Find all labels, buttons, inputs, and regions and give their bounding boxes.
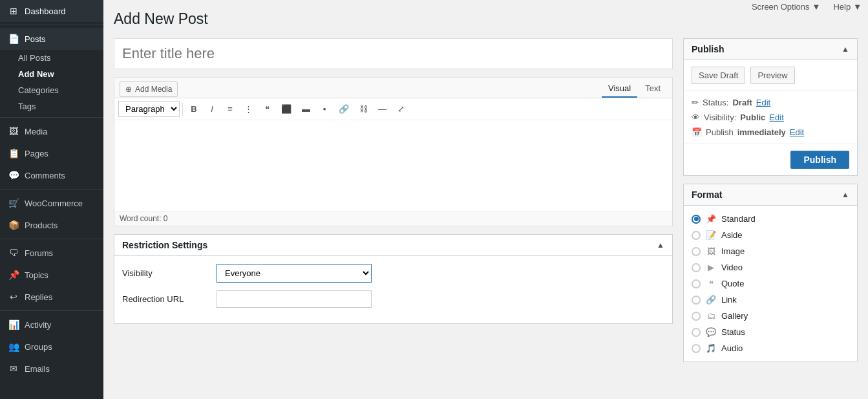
help-button[interactable]: Help ▼ [827,0,868,14]
format-item-aside[interactable]: 📝 Aside [684,227,857,243]
sidebar-sub-categories[interactable]: Categories [0,82,103,98]
format-item-audio[interactable]: 🎵 Audio [684,340,857,356]
forums-icon: 🗨 [8,248,19,258]
media-icon: 🖼 [8,126,19,136]
visibility-row: Visibility Everyone Logged In Logged Out [122,264,664,283]
groups-icon: 👥 [8,341,19,352]
sidebar-item-groups[interactable]: 👥 Groups [0,336,103,358]
replies-icon: ↩ [8,292,19,302]
sidebar-label-woocommerce: WooCommerce [25,199,83,208]
unlink-button[interactable]: ⛓ [355,102,372,116]
publish-time-edit-link[interactable]: Edit [790,127,804,137]
status-edit-link[interactable]: Edit [756,98,770,107]
publish-actions: Save Draft Preview [684,60,857,91]
publish-time-row: 📅 Publish immediately Edit [692,125,849,140]
format-radio-aside [692,231,701,240]
publish-title: Publish [692,44,725,54]
format-icon-link: 🔗 [706,295,716,305]
add-media-button[interactable]: ⊕ Add Media [120,81,178,97]
sidebar-item-topics[interactable]: 📌 Topics [0,264,103,286]
sidebar-label-media: Media [25,127,47,136]
post-title-input[interactable] [114,38,673,69]
blockquote-button[interactable]: ❝ [259,102,275,116]
publish-meta: ✏ Status: Draft Edit 👁 Visibility: Publi… [684,91,857,144]
sidebar-item-replies[interactable]: ↩ Replies [0,286,103,308]
pages-icon: 📋 [8,148,19,158]
align-left-button[interactable]: ⬛ [277,102,296,116]
ordered-list-button[interactable]: ⋮ [240,102,257,116]
format-radio-video [692,263,701,272]
sidebar-item-dashboard[interactable]: ⊞ Dashboard [0,0,103,22]
sidebar-sub-tags[interactable]: Tags [0,98,103,114]
format-radio-quote [692,279,701,288]
word-count: Word count: 0 [114,211,672,226]
format-radio-gallery [692,312,701,321]
redirect-row: Redirection URL [122,290,664,308]
format-item-gallery[interactable]: 🗂 Gallery [684,308,857,324]
sidebar-item-products[interactable]: 📦 Products [0,214,103,236]
format-item-standard[interactable]: 📌 Standard [684,211,857,227]
tab-text[interactable]: Text [639,80,667,98]
sidebar-item-pages[interactable]: 📋 Pages [0,142,103,164]
paragraph-select[interactable]: Paragraph [118,101,180,117]
sidebar-item-woocommerce[interactable]: 🛒 WooCommerce [0,192,103,214]
more-button[interactable]: — [374,102,391,116]
calendar-icon: 📅 [692,127,702,137]
publish-button[interactable]: Publish [790,151,849,169]
format-item-video[interactable]: ▶ Video [684,259,857,275]
sidebar-label-replies: Replies [25,292,52,302]
format-icon-video: ▶ [706,263,716,272]
align-center-button[interactable]: ▬ [297,102,315,116]
publish-time-label: Publish [706,127,734,137]
sidebar-sub-all-posts[interactable]: All Posts [0,50,103,66]
sidebar-item-forums[interactable]: 🗨 Forums [0,242,103,264]
sidebar-sub-add-new[interactable]: Add New [0,66,103,82]
editor-wrapper: ⊕ Add Media Visual Text Paragraph B I [114,77,673,226]
redirect-url-input[interactable] [217,290,372,308]
unordered-list-button[interactable]: ≡ [222,102,238,116]
topics-icon: 📌 [8,270,19,280]
sidebar-item-activity[interactable]: 📊 Activity [0,314,103,336]
sidebar-item-posts[interactable]: 📄 Posts [0,28,103,50]
preview-button[interactable]: Preview [750,67,794,84]
chevron-down-icon: ▼ [853,2,862,12]
format-label-quote: Quote [721,279,744,288]
link-button[interactable]: 🔗 [334,102,354,116]
tab-visual[interactable]: Visual [602,80,637,98]
format-item-quote[interactable]: ❝ Quote [684,275,857,292]
italic-button[interactable]: I [204,102,220,116]
toolbar-row: Paragraph B I ≡ ⋮ ❝ ⬛ ▬ ▪ 🔗 ⛓ — ⤢ [114,98,672,120]
save-draft-button[interactable]: Save Draft [692,67,745,84]
format-list: 📌 Standard 📝 Aside 🖼 Image ▶ Video ❝ Quo… [684,206,857,361]
format-icon-image: 🖼 [706,246,716,256]
format-item-status[interactable]: 💬 Status [684,324,857,340]
align-right-button[interactable]: ▪ [316,102,333,116]
eye-icon: 👁 [692,113,700,122]
restriction-settings-body: Visibility Everyone Logged In Logged Out… [114,256,672,323]
bold-button[interactable]: B [185,102,202,116]
format-box-header[interactable]: Format ▲ [684,184,857,206]
publish-footer: Publish [684,144,857,175]
visibility-edit-link[interactable]: Edit [769,113,783,122]
restriction-settings-header[interactable]: Restriction Settings ▲ [114,235,672,256]
screen-options-button[interactable]: Screen Options ▼ [745,0,827,14]
chevron-down-icon: ▼ [812,2,821,12]
format-label-status: Status [721,327,745,337]
format-item-link[interactable]: 🔗 Link [684,292,857,308]
woocommerce-icon: 🛒 [8,198,19,208]
sidebar-item-media[interactable]: 🖼 Media [0,120,103,142]
comments-icon: 💬 [8,170,19,180]
format-item-image[interactable]: 🖼 Image [684,243,857,259]
editor-tab-row: ⊕ Add Media Visual Text [114,78,672,98]
sidebar-item-emails[interactable]: ✉ Emails [0,358,103,380]
format-icon-audio: 🎵 [706,343,716,353]
format-box: Format ▲ 📌 Standard 📝 Aside 🖼 Image ▶ Vi… [683,184,858,362]
main-area: Screen Options ▼ Help ▼ Add New Post ⊕ A… [103,0,868,399]
editor-body[interactable] [114,120,672,211]
visibility-meta-label: Visibility: [704,113,736,122]
sidebar-item-comments[interactable]: 💬 Comments [0,164,103,186]
visibility-select[interactable]: Everyone Logged In Logged Out [217,264,372,283]
publish-box-header[interactable]: Publish ▲ [684,39,857,60]
visibility-label: Visibility [122,268,206,278]
fullscreen-button[interactable]: ⤢ [392,102,409,116]
